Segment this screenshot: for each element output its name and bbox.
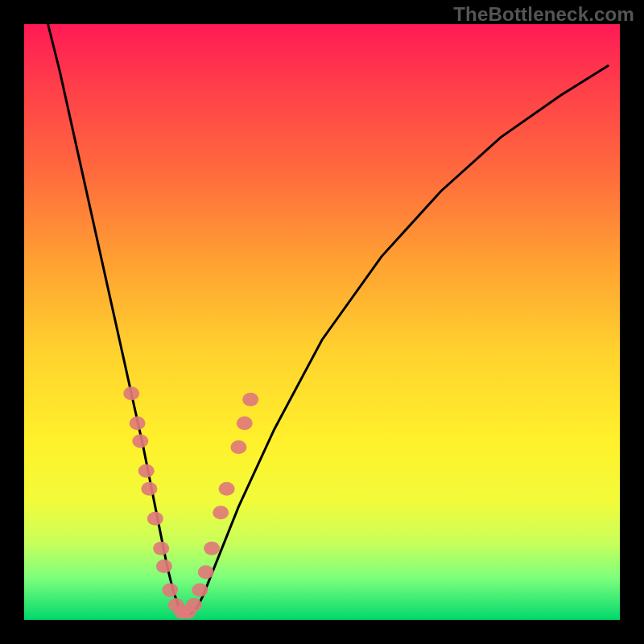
curve-marker	[198, 565, 214, 579]
curve-marker	[162, 584, 178, 597]
curve-marker	[219, 482, 235, 496]
curve-marker	[141, 482, 157, 496]
curve-marker	[147, 512, 163, 526]
bottleneck-curve	[48, 24, 609, 614]
curve-marker	[192, 584, 208, 597]
curve-marker	[153, 542, 169, 555]
curve-marker	[156, 559, 172, 573]
curve-markers	[123, 386, 258, 619]
chart-plot-area	[24, 24, 620, 620]
curve-marker	[123, 386, 139, 400]
chart-frame: TheBottleneck.com	[0, 0, 644, 644]
chart-svg	[24, 24, 620, 620]
curve-marker	[213, 506, 229, 519]
curve-marker	[237, 416, 253, 430]
curve-marker	[242, 393, 258, 407]
watermark-text: TheBottleneck.com	[453, 3, 634, 26]
curve-marker	[186, 598, 202, 612]
curve-marker	[138, 464, 155, 478]
curve-marker	[230, 440, 246, 454]
curve-marker	[132, 435, 148, 448]
curve-marker	[130, 416, 146, 430]
curve-marker	[204, 542, 220, 555]
